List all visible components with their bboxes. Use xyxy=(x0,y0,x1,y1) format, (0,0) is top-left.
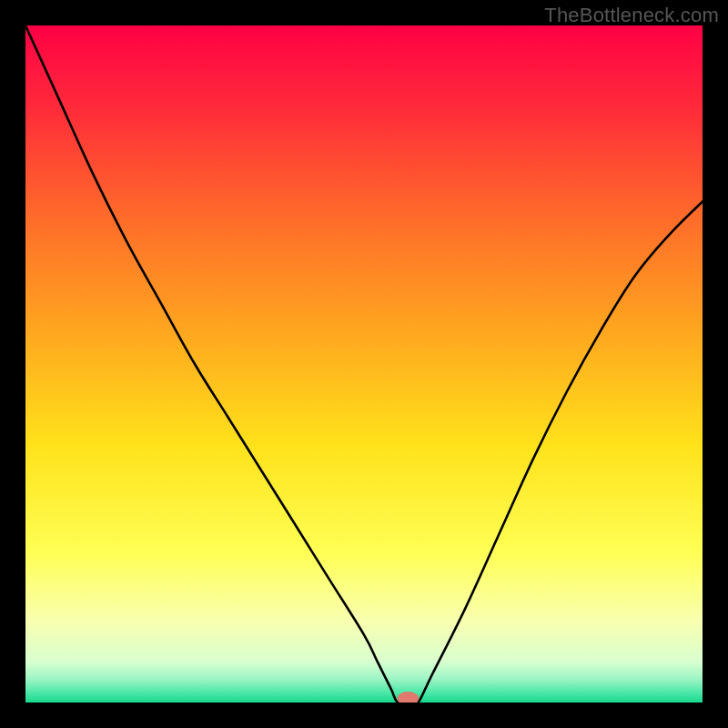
chart-frame: TheBottleneck.com xyxy=(0,0,728,728)
gradient-background xyxy=(25,25,703,703)
watermark-text: TheBottleneck.com xyxy=(544,4,719,27)
bottleneck-chart xyxy=(25,25,703,703)
